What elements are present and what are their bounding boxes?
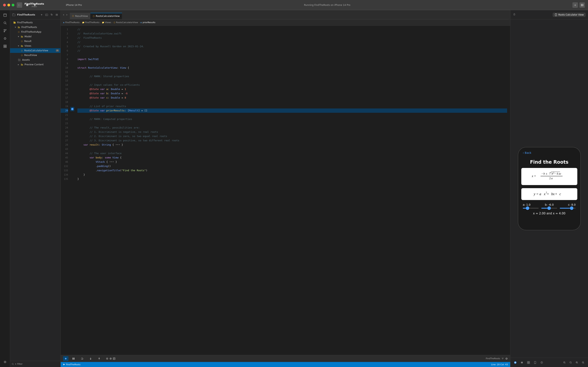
slider-c-thumb[interactable] — [570, 206, 573, 210]
breadcrumb-rootscalcview[interactable]: ⬡ RootsCalculatorView — [114, 21, 138, 24]
file-explorer-icon[interactable] — [1, 12, 8, 19]
code-line-45: var body: some View { — [77, 156, 507, 160]
debug-icon[interactable] — [1, 35, 8, 42]
breadcrumb-findtheroots-project[interactable]: ◈ FindTheRoots — [63, 21, 80, 24]
svg-point-35 — [107, 358, 108, 359]
code-content[interactable]: // // RootsCalculatorView.swift // FindT… — [74, 26, 510, 355]
svg-point-90 — [570, 362, 571, 363]
tree-item-findtheroots-root[interactable]: FindTheRoots — [10, 20, 60, 25]
tab-resultview[interactable]: ⬡ ResultView — [70, 13, 90, 19]
preview-grid-button[interactable] — [526, 360, 531, 365]
preview-inspect-button[interactable] — [539, 360, 544, 365]
code-line-26: // 2. Discriminant is zero, so two equal… — [77, 134, 507, 138]
breadcrumb-priorresults-label: priorResults — [143, 21, 156, 24]
extensions-icon[interactable] — [1, 43, 8, 50]
layout-button[interactable] — [580, 2, 585, 8]
phone-back-button[interactable]: ‹ Back — [523, 151, 531, 154]
breadcrumb-findtheroots-folder[interactable]: 📁 FindTheRoots — [82, 21, 100, 24]
close-button[interactable] — [3, 4, 6, 6]
project-name: FindTheRoots — [25, 2, 44, 5]
breadcrumb-priorresults[interactable]: ◈ priorResults — [140, 21, 155, 24]
preview-device-button[interactable] — [533, 360, 538, 365]
svg-rect-27 — [74, 358, 75, 360]
preview-pin-icon[interactable] — [513, 13, 516, 17]
slider-a-thumb[interactable] — [526, 206, 529, 210]
tree-item-findtherootsapp[interactable]: ⬡ FindTheRootsApp — [10, 30, 60, 34]
preview-toolbar: Roots Calculator View — [510, 10, 588, 19]
settings-icon[interactable] — [1, 359, 8, 366]
zoom-actual-button[interactable]: 1:1 — [581, 360, 586, 365]
zoom-out-button[interactable] — [562, 360, 567, 365]
breadcrumb-bar: ◈ FindTheRoots › 📁 FindTheRoots › 📁 View… — [61, 19, 510, 26]
new-file-button[interactable]: + — [40, 13, 44, 17]
svg-rect-81 — [529, 363, 530, 364]
slider-b[interactable] — [541, 208, 557, 209]
tree-item-findtheroots-group[interactable]: ▾ FindTheRoots — [10, 25, 60, 30]
svg-text:+: + — [555, 192, 557, 196]
back-arrow[interactable]: ‹ — [62, 12, 65, 17]
result-text: x ≈ 2.00 and x ≈ 4.00 — [533, 212, 565, 215]
settings-icon[interactable] — [505, 357, 508, 360]
tree-item-rootscalculatorview[interactable]: ⬡ RootsCalculatorView M — [10, 48, 60, 53]
bottom-tab-pause[interactable] — [70, 356, 77, 361]
svg-rect-20 — [5, 46, 6, 48]
svg-point-24 — [12, 363, 13, 365]
symbols-icon — [113, 357, 116, 360]
preview-title-button[interactable]: Roots Calculator View — [553, 13, 586, 17]
bottom-tab-bar: FindTheRoots — [61, 355, 510, 362]
forward-arrow[interactable]: › — [65, 12, 68, 17]
svg-rect-79 — [529, 361, 530, 362]
svg-text:− 4: − 4 — [554, 172, 558, 175]
tab-rootscalculatorview[interactable]: ⬡ RootsCalculatorView — [90, 13, 122, 19]
tree-item-preview-content[interactable]: ▸ Preview Content — [10, 62, 60, 67]
tree-item-result[interactable]: ⬡ Result — [10, 39, 60, 43]
preview-play-button[interactable] — [513, 360, 518, 365]
search-icon[interactable] — [1, 19, 8, 26]
bottom-tab-run[interactable] — [63, 356, 68, 361]
tree-item-views-group[interactable]: ▾ Views — [10, 43, 60, 48]
filter-icon — [12, 363, 14, 365]
code-line-7 — [77, 53, 507, 57]
tree-item-resultview[interactable]: ⬡ ResultView — [10, 53, 60, 58]
collapse-button[interactable]: ⊟ — [55, 13, 59, 17]
code-line-15: @State var a: Double = 1 — [77, 87, 507, 91]
svg-text:1:1: 1:1 — [583, 362, 584, 363]
svg-line-58 — [551, 172, 551, 173]
preview-content: ‹ Back Find the Roots x = − b ± — [510, 19, 588, 358]
a-label: a: 1.0 — [523, 203, 531, 206]
svg-point-12 — [4, 31, 5, 32]
breadcrumb-views[interactable]: 📁 Views — [102, 21, 111, 24]
svg-line-14 — [5, 30, 6, 31]
editor-toolbar: ‹ › ⬡ ResultView ⬡ RootsCalculatorView — [61, 10, 510, 19]
code-gutter — [70, 26, 74, 355]
preview-pause-button[interactable] — [519, 360, 524, 365]
code-line-17: @State var c: Double = 8 — [77, 96, 507, 100]
code-line-8: import SwiftUI — [77, 57, 507, 61]
new-folder-button[interactable] — [44, 13, 49, 17]
bottom-tab-step-out[interactable] — [96, 356, 103, 361]
device-name[interactable]: iPhone 14 Pro — [66, 4, 82, 6]
slider-b-thumb[interactable] — [547, 206, 551, 210]
refresh-button[interactable]: ↻ — [50, 13, 54, 17]
tree-item-assets[interactable]: ⬛ Assets — [10, 58, 60, 62]
slider-c[interactable] — [560, 208, 576, 209]
zoom-fit-button[interactable] — [568, 360, 573, 365]
bottom-tab-step-over[interactable] — [79, 356, 85, 361]
filter-icon[interactable] — [501, 357, 504, 360]
svg-text:+: + — [547, 192, 549, 196]
maximize-button[interactable] — [12, 4, 14, 6]
code-line-3: // FindTheRoots — [77, 36, 507, 40]
minimize-button[interactable] — [7, 4, 10, 6]
status-run-indicator: FindTheRoots — [63, 363, 81, 366]
bottom-tab-step-in[interactable] — [87, 356, 94, 361]
title-actions: + — [572, 2, 585, 8]
svg-rect-78 — [527, 361, 528, 362]
add-tab-button[interactable]: + — [572, 2, 578, 8]
slider-a[interactable] — [523, 208, 539, 209]
code-line-5: // Created by Russell Gordon on 2023-01-… — [77, 44, 507, 49]
sidebar-toggle-button[interactable] — [17, 2, 22, 8]
zoom-in-button[interactable] — [574, 360, 580, 365]
tree-item-model-group[interactable]: ▾ Model — [10, 34, 60, 39]
source-control-icon[interactable] — [1, 27, 8, 34]
preview-bottom-bar: 1:1 — [510, 358, 588, 367]
